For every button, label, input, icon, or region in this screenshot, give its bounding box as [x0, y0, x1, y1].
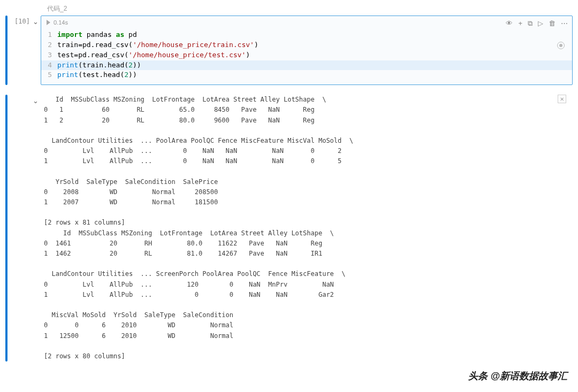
- line-number: 2: [41, 40, 57, 50]
- run-time: 0.14s: [54, 19, 68, 26]
- notebook: 代码_2 [10] ⌄ 👁 + ⧉ ▷ 🗑 ⋯ 0.14s 1import pa…: [0, 0, 578, 366]
- code-content[interactable]: print(test.head(2)): [57, 70, 137, 80]
- line-number: 5: [41, 70, 57, 80]
- stdout-output: Id MSSubClass MSZoning LotFrontage LotAr…: [41, 95, 573, 362]
- code-line[interactable]: 3test=pd.read_csv('/home/house_price/tes…: [41, 50, 572, 60]
- code-line[interactable]: 4print(train.head(2)): [41, 60, 572, 71]
- add-cell-icon[interactable]: +: [518, 19, 522, 28]
- cell-indicator-bar: [5, 16, 7, 85]
- code-line[interactable]: 2train=pd.read_csv('/home/house_price/tr…: [41, 40, 572, 50]
- code-content[interactable]: print(train.head(2)): [57, 60, 141, 71]
- cell-title: 代码_2: [5, 4, 573, 13]
- output-cell-row: ⌄ Id MSSubClass MSZoning LotFrontage Lot…: [5, 95, 573, 362]
- collapse-output-toggle[interactable]: ⌄: [30, 95, 41, 105]
- output-indicator-bar: [5, 95, 7, 362]
- code-editor[interactable]: 1import pandas as pd2train=pd.read_csv('…: [41, 29, 572, 84]
- collapse-cell-toggle[interactable]: ⌄: [30, 16, 41, 26]
- line-number: 3: [41, 50, 57, 60]
- execution-count: [10]: [11, 16, 30, 25]
- view-icon[interactable]: 👁: [506, 19, 513, 28]
- run-cell-icon[interactable]: ▷: [538, 19, 543, 28]
- code-content[interactable]: train=pd.read_csv('/home/house_price/tra…: [57, 40, 258, 50]
- code-cell[interactable]: 👁 + ⧉ ▷ 🗑 ⋯ 0.14s 1import pandas as pd2t…: [41, 16, 573, 85]
- close-output-icon[interactable]: ✕: [558, 95, 566, 103]
- split-cell-icon[interactable]: ⧉: [528, 19, 533, 28]
- code-content[interactable]: import pandas as pd: [57, 30, 137, 40]
- code-content[interactable]: test=pd.read_csv('/home/house_price/test…: [57, 50, 250, 60]
- line-number: 1: [41, 30, 57, 40]
- run-status: 0.14s: [41, 16, 572, 29]
- line-number: 4: [41, 60, 57, 71]
- output-spacer: [11, 95, 30, 97]
- code-line[interactable]: 1import pandas as pd: [41, 30, 572, 40]
- status-indicator-icon: [557, 42, 565, 49]
- code-line[interactable]: 5print(test.head(2)): [41, 70, 572, 80]
- play-icon[interactable]: [47, 20, 50, 25]
- more-actions-icon[interactable]: ⋯: [561, 19, 568, 28]
- delete-cell-icon[interactable]: 🗑: [549, 19, 556, 28]
- code-cell-row: [10] ⌄ 👁 + ⧉ ▷ 🗑 ⋯ 0.14s 1import pandas …: [5, 16, 573, 85]
- cell-toolbar: 👁 + ⧉ ▷ 🗑 ⋯: [506, 19, 568, 28]
